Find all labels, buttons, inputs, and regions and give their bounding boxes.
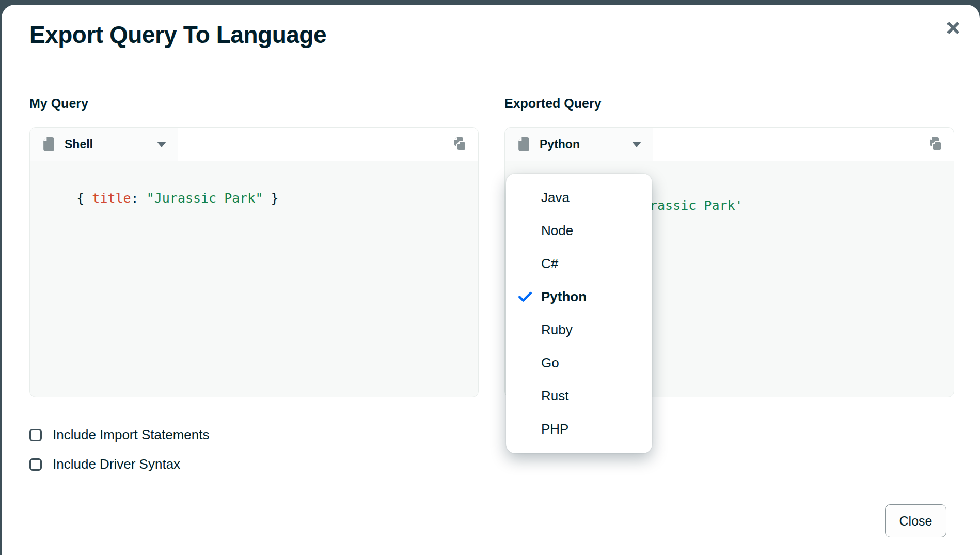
code-separator: : (131, 191, 147, 206)
language-menu: Java Node C# Python Ruby Go Rust PHP (506, 174, 652, 453)
menu-item-label: Python (541, 289, 587, 305)
exported-code-visible-fragment: rassic Park' (650, 198, 743, 213)
my-query-panel: Shell { title: "Jurassic Park" } (29, 127, 479, 397)
chevron-down-icon (157, 142, 166, 147)
checkmark-icon (517, 289, 534, 304)
menu-item-label: Go (541, 355, 559, 371)
include-driver-syntax-option[interactable]: Include Driver Syntax (29, 456, 180, 472)
code-field-name: title (92, 191, 131, 206)
menu-item-rust[interactable]: Rust (506, 379, 652, 412)
menu-item-python[interactable]: Python (506, 280, 652, 313)
code-line: { title: "Jurassic Park" } (76, 191, 278, 206)
dialog-close-button[interactable] (942, 17, 965, 39)
my-query-language-select[interactable]: Shell (30, 128, 178, 161)
chevron-down-icon (632, 142, 641, 147)
option-label: Include Import Statements (53, 427, 209, 443)
include-import-statements-option[interactable]: Include Import Statements (29, 427, 209, 443)
close-button[interactable]: Close (885, 504, 946, 537)
code-open-brace: { (76, 191, 92, 206)
code-string-value: "Jurassic Park" (147, 191, 263, 206)
my-query-heading: My Query (29, 96, 88, 111)
menu-item-label: Ruby (541, 322, 573, 338)
close-icon (945, 20, 961, 36)
menu-item-node[interactable]: Node (506, 214, 652, 247)
my-query-language-value: Shell (65, 137, 148, 151)
checkbox-unchecked[interactable] (29, 429, 42, 441)
my-query-panel-header: Shell (30, 128, 478, 161)
menu-item-php[interactable]: PHP (506, 412, 652, 445)
option-label: Include Driver Syntax (53, 456, 180, 472)
file-code-icon (517, 137, 530, 152)
code-close-brace: } (263, 191, 278, 206)
exported-query-language-value: Python (540, 137, 623, 151)
exported-query-heading: Exported Query (504, 96, 602, 111)
menu-item-java[interactable]: Java (506, 181, 652, 214)
menu-item-label: PHP (541, 421, 568, 437)
copy-icon (452, 146, 468, 153)
menu-item-ruby[interactable]: Ruby (506, 313, 652, 346)
exported-query-panel-header: Python (505, 128, 954, 161)
menu-item-label: C# (541, 256, 558, 272)
menu-item-label: Rust (541, 388, 568, 404)
menu-item-label: Node (541, 223, 573, 239)
checkbox-unchecked[interactable] (29, 458, 42, 471)
file-code-icon (42, 137, 55, 152)
menu-item-label: Java (541, 190, 570, 206)
my-query-editor[interactable]: { title: "Jurassic Park" } (30, 161, 478, 382)
menu-item-csharp[interactable]: C# (506, 247, 652, 280)
exported-query-language-select[interactable]: Python (505, 128, 653, 161)
dialog-title: Export Query To Language (29, 21, 326, 49)
menu-item-go[interactable]: Go (506, 346, 652, 379)
copy-icon (928, 146, 943, 153)
my-query-copy-button[interactable] (450, 134, 470, 154)
exported-query-copy-button[interactable] (926, 134, 945, 154)
